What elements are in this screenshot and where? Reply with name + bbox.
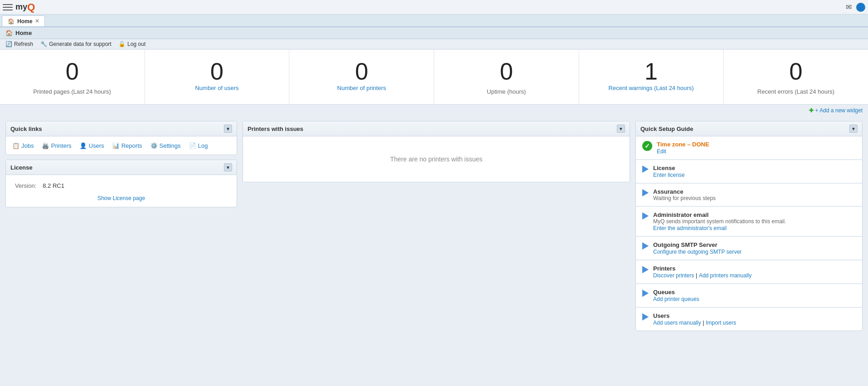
setup-license-title: License (653, 165, 858, 171)
stat-users: 0 Number of users (145, 50, 290, 104)
setup-printers-separator: | (696, 272, 699, 279)
generate-label: Generate data for support (49, 41, 111, 47)
stat-printers-label[interactable]: Number of printers (337, 85, 386, 91)
quick-link-printers-label: Printers (51, 142, 71, 149)
license-version-value: 8.2 RC1 (41, 181, 66, 190)
setup-item-timezone: ✓ Time zone – DONE Edit (636, 136, 862, 160)
home-icon-title: 🏠 (5, 30, 13, 36)
logo-q: Q (27, 1, 35, 13)
quick-setup-panel: Quick Setup Guide ▼ ✓ Time zone – DONE E… (635, 121, 863, 331)
logout-button[interactable]: 🔓 Log out (119, 41, 145, 47)
stat-errors-label: Recent errors (Last 24 hours) (731, 88, 861, 95)
stat-errors-value: 0 (731, 59, 861, 85)
stat-uptime: 0 Uptime (hours) (434, 50, 579, 104)
quick-links-header: Quick links ▼ (6, 121, 237, 136)
setup-users-links: Add users manually | Import users (653, 319, 858, 326)
printers-issues-title: Printers with issues (248, 125, 303, 132)
setup-smtp-content: Outgoing SMTP Server Configure the outgo… (653, 241, 858, 255)
quick-link-jobs[interactable]: 📋 Jobs (12, 142, 34, 149)
setup-admin-email-content: Administrator email MyQ sends important … (653, 211, 858, 231)
quick-link-settings-label: Settings (159, 142, 181, 149)
jobs-icon: 📋 (12, 142, 20, 149)
setup-item-smtp: Outgoing SMTP Server Configure the outgo… (636, 237, 862, 260)
setup-admin-email-title: Administrator email (653, 211, 858, 218)
quick-link-settings[interactable]: ⚙️ Settings (150, 142, 181, 149)
page-title-bar: 🏠 Home (0, 27, 868, 39)
arrow-assurance-icon (642, 189, 649, 196)
add-widget-icon: ✚ (809, 107, 813, 114)
logo-my: my (15, 2, 27, 12)
arrow-admin-email-icon (642, 212, 649, 220)
settings-icon: ⚙️ (150, 142, 158, 149)
tab-home-icon: 🏠 (8, 18, 15, 25)
stat-printed-pages-value: 0 (7, 59, 137, 85)
license-body: Version: 8.2 RC1 Show License page (6, 175, 237, 207)
quick-links-panel: Quick links ▼ 📋 Jobs 🖨️ Printers 👤 User (5, 121, 237, 155)
quick-links-body: 📋 Jobs 🖨️ Printers 👤 Users 📊 Reports (6, 136, 237, 155)
setup-printers-discover-link[interactable]: Discover printers (653, 272, 694, 279)
setup-admin-email-link[interactable]: Enter the administrator's email (653, 225, 727, 231)
stat-printed-pages-label: Printed pages (Last 24 hours) (7, 88, 137, 95)
user-icon[interactable]: 👤 (856, 3, 865, 12)
generate-data-button[interactable]: 🔧 Generate data for support (40, 41, 111, 47)
logo: myQ (15, 1, 35, 13)
quick-links-dropdown[interactable]: ▼ (224, 125, 232, 133)
refresh-icon: 🔄 (5, 41, 12, 47)
setup-printers-title: Printers (653, 265, 858, 272)
refresh-button[interactable]: 🔄 Refresh (5, 41, 33, 47)
generate-icon: 🔧 (40, 41, 47, 47)
menu-icon[interactable] (3, 2, 13, 12)
setup-smtp-title: Outgoing SMTP Server (653, 241, 858, 248)
stat-warnings: 1 Recent warnings (Last 24 hours) (579, 50, 724, 104)
stat-warnings-value: 1 (586, 59, 716, 85)
mail-icon[interactable]: ✉ (846, 3, 852, 11)
setup-queues-content: Queues Add printer queues (653, 289, 858, 302)
quick-link-log[interactable]: 📄 Log (189, 142, 208, 149)
right-column: Quick Setup Guide ▼ ✓ Time zone – DONE E… (635, 121, 863, 331)
quick-setup-title: Quick Setup Guide (640, 125, 693, 132)
setup-item-assurance: Assurance Waiting for previous steps (636, 184, 862, 206)
setup-assurance-title: Assurance (653, 188, 858, 195)
license-dropdown[interactable]: ▼ (224, 163, 232, 171)
arrow-queues-icon (642, 290, 649, 297)
setup-admin-email-subtitle: MyQ sends important system notifications… (653, 218, 858, 225)
setup-timezone-edit-link[interactable]: Edit (657, 148, 666, 155)
setup-license-enter-link[interactable]: Enter license (653, 172, 684, 178)
add-widget-row[interactable]: ✚ + Add a new widget (0, 105, 868, 116)
stat-uptime-label: Uptime (hours) (441, 88, 571, 95)
refresh-label: Refresh (14, 41, 33, 47)
setup-users-add-link[interactable]: Add users manually (653, 320, 701, 326)
topbar: myQ ✉ 👤 (0, 0, 868, 15)
printers-icon: 🖨️ (42, 142, 49, 149)
setup-license-content: License Enter license (653, 165, 858, 178)
no-issues-message: There are no printers with issues (249, 142, 623, 176)
arrow-license-icon (642, 165, 649, 173)
printers-issues-panel: Printers with issues ▼ There are no prin… (243, 121, 630, 182)
quick-links-title: Quick links (10, 125, 42, 132)
quick-link-users-label: Users (89, 142, 104, 149)
widgets-row: 0 Printed pages (Last 24 hours) 0 Number… (0, 50, 868, 105)
setup-smtp-link[interactable]: Configure the outgoing SMTP server (653, 249, 742, 255)
setup-users-title: Users (653, 312, 858, 319)
stat-printers: 0 Number of printers (289, 50, 434, 104)
show-license-link[interactable]: Show License page (98, 195, 145, 201)
printers-issues-dropdown[interactable]: ▼ (617, 125, 625, 133)
setup-printers-add-link[interactable]: Add printers manually (699, 272, 752, 279)
tab-home-close[interactable]: ✕ (35, 18, 39, 24)
setup-timezone-content: Time zone – DONE Edit (657, 141, 858, 155)
setup-users-content: Users Add users manually | Import users (653, 312, 858, 326)
quick-link-printers[interactable]: 🖨️ Printers (42, 142, 71, 149)
quick-setup-list: ✓ Time zone – DONE Edit License Enter li… (636, 136, 862, 331)
stat-users-label[interactable]: Number of users (195, 85, 238, 91)
quick-link-users[interactable]: 👤 Users (79, 142, 104, 149)
stat-warnings-label[interactable]: Recent warnings (Last 24 hours) (609, 85, 694, 91)
quick-setup-dropdown[interactable]: ▼ (849, 125, 858, 133)
quick-link-reports[interactable]: 📊 Reports (112, 142, 142, 149)
setup-queues-link[interactable]: Add printer queues (653, 296, 699, 302)
setup-users-import-link[interactable]: Import users (706, 320, 736, 326)
middle-column: Printers with issues ▼ There are no prin… (243, 121, 630, 182)
tab-home[interactable]: 🏠 Home ✕ (2, 15, 45, 26)
stat-printers-value: 0 (297, 59, 427, 85)
add-widget-label: + Add a new widget (815, 107, 863, 114)
license-panel: License ▼ Version: 8.2 RC1 Show License … (5, 160, 237, 207)
